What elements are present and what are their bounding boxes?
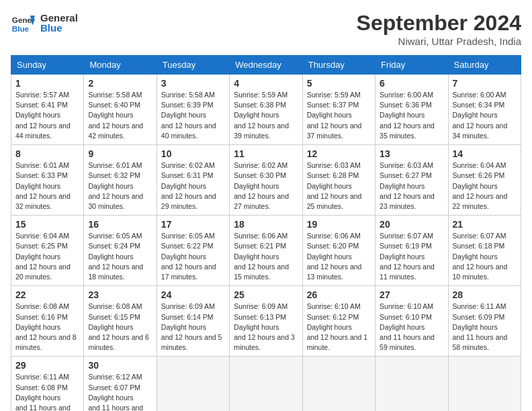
day-number: 27	[380, 289, 443, 300]
day-number: 23	[88, 289, 152, 300]
day-number: 13	[380, 148, 443, 159]
svg-text:Blue: Blue	[12, 24, 30, 33]
day-number: 18	[234, 219, 298, 230]
logo: General Blue General Blue	[11, 11, 78, 35]
table-row: 4Sunrise: 5:59 AMSunset: 6:38 PMDaylight…	[230, 75, 302, 145]
calendar-header-row: Sunday Monday Tuesday Wednesday Thursday…	[11, 56, 521, 75]
day-number: 2	[88, 78, 152, 89]
col-saturday: Saturday	[448, 56, 521, 75]
table-row: 13Sunrise: 6:03 AMSunset: 6:27 PMDayligh…	[375, 145, 448, 216]
calendar-week-row: 15Sunrise: 6:04 AMSunset: 6:25 PMDayligh…	[11, 216, 521, 286]
day-info: Sunrise: 6:11 AMSunset: 6:08 PMDaylight …	[15, 372, 79, 411]
table-row: 7Sunrise: 6:00 AMSunset: 6:34 PMDaylight…	[448, 75, 521, 145]
month-title: September 2024	[357, 11, 521, 36]
day-number: 8	[15, 148, 79, 159]
table-row	[375, 357, 448, 411]
day-info: Sunrise: 6:03 AMSunset: 6:28 PMDaylight …	[307, 161, 371, 212]
location-subtitle: Niwari, Uttar Pradesh, India	[357, 36, 521, 47]
table-row: 15Sunrise: 6:04 AMSunset: 6:25 PMDayligh…	[11, 216, 84, 286]
day-number: 10	[161, 148, 225, 159]
day-number: 5	[307, 78, 371, 89]
table-row: 9Sunrise: 6:01 AMSunset: 6:32 PMDaylight…	[84, 145, 157, 216]
table-row: 14Sunrise: 6:04 AMSunset: 6:26 PMDayligh…	[448, 145, 521, 216]
table-row: 30Sunrise: 6:12 AMSunset: 6:07 PMDayligh…	[84, 357, 157, 411]
table-row: 26Sunrise: 6:10 AMSunset: 6:12 PMDayligh…	[302, 286, 375, 357]
table-row	[157, 357, 229, 411]
day-number: 30	[88, 360, 152, 371]
col-sunday: Sunday	[11, 56, 84, 75]
day-info: Sunrise: 6:05 AMSunset: 6:24 PMDaylight …	[88, 231, 152, 282]
day-number: 17	[161, 219, 225, 230]
day-info: Sunrise: 5:57 AMSunset: 6:41 PMDaylight …	[15, 90, 79, 141]
day-number: 21	[453, 219, 517, 230]
col-monday: Monday	[84, 56, 157, 75]
day-info: Sunrise: 6:07 AMSunset: 6:19 PMDaylight …	[380, 231, 443, 282]
calendar-week-row: 29Sunrise: 6:11 AMSunset: 6:08 PMDayligh…	[11, 357, 521, 411]
day-number: 19	[307, 219, 371, 230]
table-row	[448, 357, 521, 411]
day-info: Sunrise: 6:09 AMSunset: 6:13 PMDaylight …	[234, 302, 298, 353]
day-number: 28	[453, 289, 517, 300]
day-info: Sunrise: 5:59 AMSunset: 6:37 PMDaylight …	[307, 90, 371, 141]
day-number: 25	[234, 289, 298, 300]
day-info: Sunrise: 6:01 AMSunset: 6:33 PMDaylight …	[15, 161, 79, 212]
table-row: 21Sunrise: 6:07 AMSunset: 6:18 PMDayligh…	[448, 216, 521, 286]
table-row: 3Sunrise: 5:58 AMSunset: 6:39 PMDaylight…	[157, 75, 229, 145]
table-row	[230, 357, 302, 411]
table-row: 22Sunrise: 6:08 AMSunset: 6:16 PMDayligh…	[11, 286, 84, 357]
table-row: 8Sunrise: 6:01 AMSunset: 6:33 PMDaylight…	[11, 145, 84, 216]
day-info: Sunrise: 6:08 AMSunset: 6:15 PMDaylight …	[88, 302, 152, 353]
col-thursday: Thursday	[302, 56, 375, 75]
day-info: Sunrise: 6:04 AMSunset: 6:25 PMDaylight …	[15, 231, 79, 282]
calendar-week-row: 1Sunrise: 5:57 AMSunset: 6:41 PMDaylight…	[11, 75, 521, 145]
day-number: 16	[88, 219, 152, 230]
table-row: 10Sunrise: 6:02 AMSunset: 6:31 PMDayligh…	[157, 145, 229, 216]
table-row: 1Sunrise: 5:57 AMSunset: 6:41 PMDaylight…	[11, 75, 84, 145]
day-number: 14	[453, 148, 517, 159]
day-number: 24	[161, 289, 225, 300]
table-row	[302, 357, 375, 411]
day-info: Sunrise: 6:00 AMSunset: 6:34 PMDaylight …	[453, 90, 517, 141]
table-row: 5Sunrise: 5:59 AMSunset: 6:37 PMDaylight…	[302, 75, 375, 145]
day-number: 3	[161, 78, 225, 89]
logo-line2: Blue	[40, 22, 78, 34]
day-info: Sunrise: 6:02 AMSunset: 6:30 PMDaylight …	[234, 161, 298, 212]
day-number: 11	[234, 148, 298, 159]
day-number: 15	[15, 219, 79, 230]
table-row: 23Sunrise: 6:08 AMSunset: 6:15 PMDayligh…	[84, 286, 157, 357]
table-row: 25Sunrise: 6:09 AMSunset: 6:13 PMDayligh…	[230, 286, 302, 357]
table-row: 11Sunrise: 6:02 AMSunset: 6:30 PMDayligh…	[230, 145, 302, 216]
table-row: 17Sunrise: 6:05 AMSunset: 6:22 PMDayligh…	[157, 216, 229, 286]
table-row: 28Sunrise: 6:11 AMSunset: 6:09 PMDayligh…	[448, 286, 521, 357]
day-info: Sunrise: 6:05 AMSunset: 6:22 PMDaylight …	[161, 231, 225, 282]
logo-icon: General Blue	[11, 11, 35, 35]
day-info: Sunrise: 6:07 AMSunset: 6:18 PMDaylight …	[453, 231, 517, 282]
title-block: September 2024 Niwari, Uttar Pradesh, In…	[357, 11, 521, 47]
day-info: Sunrise: 6:06 AMSunset: 6:21 PMDaylight …	[234, 231, 298, 282]
day-number: 26	[307, 289, 371, 300]
day-number: 6	[380, 78, 443, 89]
col-friday: Friday	[375, 56, 448, 75]
day-info: Sunrise: 6:11 AMSunset: 6:09 PMDaylight …	[453, 302, 517, 353]
calendar-table: Sunday Monday Tuesday Wednesday Thursday…	[11, 55, 521, 411]
calendar-week-row: 8Sunrise: 6:01 AMSunset: 6:33 PMDaylight…	[11, 145, 521, 216]
day-info: Sunrise: 6:10 AMSunset: 6:10 PMDaylight …	[380, 302, 443, 353]
day-number: 12	[307, 148, 371, 159]
page-header: General Blue General Blue September 2024…	[11, 11, 521, 47]
day-number: 29	[15, 360, 79, 371]
day-info: Sunrise: 6:03 AMSunset: 6:27 PMDaylight …	[380, 161, 443, 212]
table-row: 19Sunrise: 6:06 AMSunset: 6:20 PMDayligh…	[302, 216, 375, 286]
day-info: Sunrise: 6:02 AMSunset: 6:31 PMDaylight …	[161, 161, 225, 212]
day-number: 1	[15, 78, 79, 89]
calendar-week-row: 22Sunrise: 6:08 AMSunset: 6:16 PMDayligh…	[11, 286, 521, 357]
day-number: 4	[234, 78, 298, 89]
day-number: 20	[380, 219, 443, 230]
day-info: Sunrise: 6:08 AMSunset: 6:16 PMDaylight …	[15, 302, 79, 353]
table-row: 20Sunrise: 6:07 AMSunset: 6:19 PMDayligh…	[375, 216, 448, 286]
table-row: 6Sunrise: 6:00 AMSunset: 6:36 PMDaylight…	[375, 75, 448, 145]
day-number: 9	[88, 148, 152, 159]
day-info: Sunrise: 6:01 AMSunset: 6:32 PMDaylight …	[88, 161, 152, 212]
day-number: 7	[453, 78, 517, 89]
day-info: Sunrise: 6:12 AMSunset: 6:07 PMDaylight …	[88, 372, 152, 411]
day-info: Sunrise: 5:58 AMSunset: 6:40 PMDaylight …	[88, 90, 152, 141]
